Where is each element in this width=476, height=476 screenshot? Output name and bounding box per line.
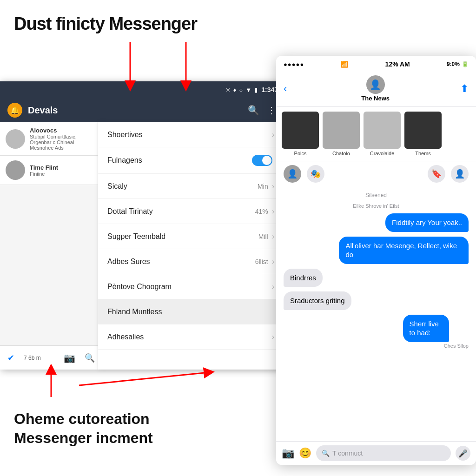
settings-item-pentove[interactable]: Pèntove Choogram › [98,274,284,299]
ios-time: 12% AM [385,60,410,68]
ios-status-right: 9:0% 🔋 [447,61,469,67]
toolbar-actions: 🔍 ⋮ [248,105,276,116]
message-row: Fiddtily ary Your yoak.. [284,213,469,232]
message-bubble: Bindrres [284,269,323,287]
app-icon: 🔔 [7,103,22,118]
message-input[interactable]: 🔍 T conmuct [316,445,451,461]
story-thumbnail [323,112,360,149]
more-icon[interactable]: ⋮ [267,105,276,116]
message-row: All'oliver har Mesenge, Rellect, wike do [284,237,469,264]
convo-snippet: Stubpil Comurttlasic, Orgenbar c Chineal… [30,134,97,151]
search-small-icon[interactable]: 🔍 [85,353,95,363]
system-submessage: Ellke Shrove in' Eilst [284,203,469,209]
message-bubble: Sraductors griting [284,291,351,310]
avatar [6,129,25,149]
story-label: Polcs [294,151,307,156]
battery-icon: 🔋 [462,61,469,67]
bottom-annotation: Oheme cutoreation Messenger incment [14,410,153,448]
android-status-icons: ✳ ♦ ○ ▼ ▮ [225,86,258,93]
toggle-switch[interactable] [252,155,272,166]
ios-action-row: 👤 🎭 🔖 👤 [276,161,476,186]
conversation-item[interactable]: Aloovocs Stubpil Comurttlasic, Orgenbar … [0,122,102,156]
title-annotation: Dust finicty Messenger [14,14,197,34]
convo-name: Time Flint [30,164,58,171]
story-item[interactable]: Chatolo [323,112,360,156]
settings-value: 6llist [255,258,268,265]
settings-item-dottal[interactable]: Dottal Tirinaty 41% › [98,199,284,224]
settings-item-fhland[interactable]: Fhland Muntless [98,299,284,324]
settings-item-shoertives[interactable]: Shoertives › [98,122,284,147]
back-button[interactable]: ‹ [284,83,287,95]
android-panel: ✳ ♦ ○ ▼ ▮ 1:347 🔔 Devals 🔍 ⋮ Aloovocs St… [0,81,284,370]
contact-info: 👤 The News [291,75,460,102]
message-bubble: All'oliver har Mesenge, Rellect, wike do [339,237,469,264]
android-toolbar: 🔔 Devals 🔍 ⋮ [0,98,284,122]
input-placeholder: T conmuct [332,450,363,457]
contact-avatar-small: 👤 [284,165,301,183]
camera-icon[interactable]: 📷 [64,352,75,364]
camera-icon[interactable]: 📷 [282,447,294,459]
settings-item-sicaly[interactable]: Sicaly Min › [98,174,284,199]
chevron-right-icon: › [272,333,274,341]
message-bubble: Fiddtily ary Your yoak.. [385,213,469,232]
settings-value: 41% [255,208,268,215]
ios-panel: ●●●●● 📶 12% AM 9:0% 🔋 ‹ 👤 The News ⬆ Pol… [276,56,476,465]
avatar [6,160,25,180]
story-label: Cravolalde [370,151,395,156]
message-timestamp: Ches Sllop [403,343,469,349]
conversation-item[interactable]: Time Flint Finiine [0,156,102,185]
convo-name: Aloovocs [30,127,97,134]
chevron-right-icon: › [272,207,274,216]
chevron-right-icon: › [272,258,274,266]
story-item[interactable]: Thems [404,112,442,156]
chevron-right-icon: › [272,283,274,291]
wifi-icon: 📶 [341,61,348,68]
chevron-right-icon: › [272,232,274,241]
story-label: Chatolo [332,151,350,156]
toolbar-title: Devals [28,105,242,116]
settings-item-adhesalies[interactable]: Adhesalies › [98,324,284,350]
android-time: 1:347 [261,86,278,93]
message-row: Sherr live to had: Ches Sllop [284,315,469,349]
circle-icon: ○ [239,86,243,93]
story-thumbnail [404,112,442,149]
contact-name: The News [361,95,390,102]
chevron-right-icon: › [272,182,274,191]
bookmark-icon[interactable]: 🔖 [428,165,445,183]
settings-label: Adbes Sures [107,258,255,266]
story-thumbnail [364,112,401,149]
settings-item-sugper[interactable]: Sugper Teembald Mill › [98,224,284,249]
settings-item-adbes[interactable]: Adbes Sures 6llist › [98,249,284,274]
settings-label: Fhland Muntless [107,308,274,316]
story-item[interactable]: Polcs [282,112,319,156]
svg-line-3 [79,372,209,385]
ios-chat-area: Silsened Ellke Shrove in' Eilst Fiddtily… [276,186,476,441]
ios-statusbar: ●●●●● 📶 12% AM 9:0% 🔋 [276,56,476,73]
settings-label: Sugper Teembald [107,232,258,241]
story-item[interactable]: Cravolalde [364,112,401,156]
settings-label: Dottal Tirinaty [107,207,255,216]
person-icon[interactable]: 👤 [451,165,469,183]
like-icon[interactable]: 🎭 [307,165,324,183]
conversation-text: Aloovocs Stubpil Comurttlasic, Orgenbar … [30,127,97,151]
settings-value: Mill [258,233,268,240]
message-row: Sraductors griting [284,291,469,310]
search-icon[interactable]: 🔍 [248,105,259,116]
emoji-icon[interactable]: 😊 [299,447,311,459]
chevron-right-icon: › [272,131,274,139]
convo-snippet: Finiine [30,171,58,177]
settings-label: Adhesalies [107,333,272,341]
share-icon[interactable]: ⬆ [460,83,469,95]
battery-icon: ▮ [254,86,258,93]
contact-avatar: 👤 [366,75,385,94]
system-message: Silsened [284,192,469,198]
story-label: Thems [415,151,431,156]
settings-item-fulnagens[interactable]: Fulnagens [98,147,284,174]
mic-button[interactable]: 🎤 [456,446,470,461]
ios-input-bar: 📷 😊 🔍 T conmuct 🎤 [276,441,476,465]
story-thumbnail [282,112,319,149]
message-row: Bindrres [284,269,469,287]
convo-label: 7 6b m [24,355,41,361]
ios-header: ‹ 👤 The News ⬆ [276,73,476,107]
star-icon: ✳ [225,86,231,93]
